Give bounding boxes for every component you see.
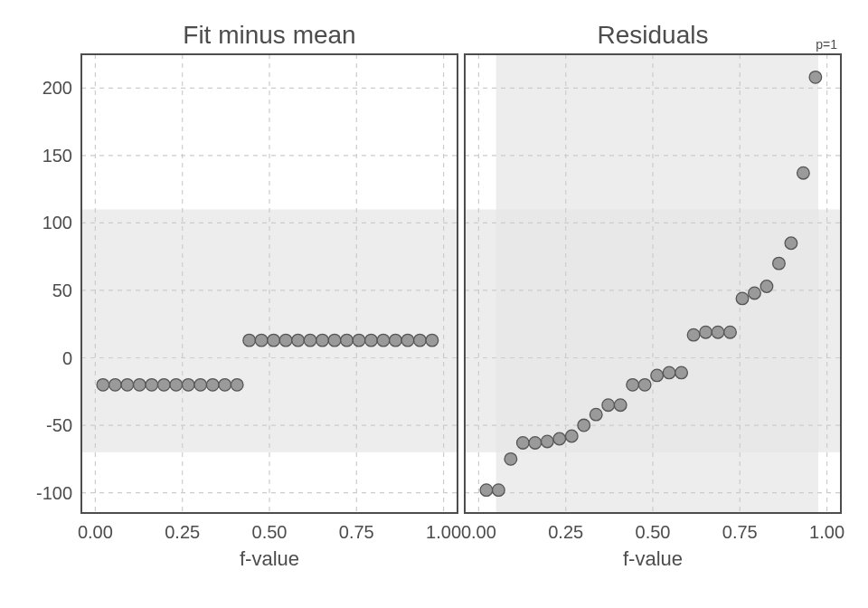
y-tick-label: 0 xyxy=(62,348,72,368)
data-point xyxy=(663,366,675,379)
data-point xyxy=(304,334,316,347)
data-point xyxy=(316,334,329,347)
x-tick-label: 0.25 xyxy=(165,522,200,542)
x-tick-label: 0.50 xyxy=(252,522,288,542)
data-point xyxy=(627,379,639,392)
data-point xyxy=(341,334,354,347)
data-point xyxy=(97,379,109,392)
data-point xyxy=(724,326,737,338)
data-point xyxy=(377,334,390,347)
data-point xyxy=(565,430,578,442)
y-tick-label: -100 xyxy=(36,483,72,503)
data-point xyxy=(109,379,122,392)
data-point xyxy=(749,287,761,299)
data-point xyxy=(529,437,542,450)
data-point xyxy=(414,334,427,347)
data-point xyxy=(578,419,590,432)
y-tick-label: 50 xyxy=(52,280,72,300)
x-tick-label: 0.50 xyxy=(636,522,671,542)
data-point xyxy=(517,437,530,450)
data-point xyxy=(157,379,170,392)
data-point xyxy=(553,432,566,445)
y-tick-label: 150 xyxy=(42,146,72,166)
data-point xyxy=(736,292,749,305)
data-point xyxy=(785,237,797,250)
data-point xyxy=(675,366,688,379)
x-tick-label: 0.00 xyxy=(461,522,496,542)
facet-title: Fit minus mean xyxy=(183,21,355,49)
data-point xyxy=(170,379,183,392)
data-point xyxy=(401,334,414,347)
x-axis-label: f-value xyxy=(240,547,299,570)
data-point xyxy=(426,334,439,347)
data-point xyxy=(809,71,822,84)
data-point xyxy=(505,453,517,466)
x-tick-label: 1.00 xyxy=(426,522,461,542)
data-point xyxy=(480,484,493,497)
panel-0: Fit minus mean0.000.250.500.751.00f-valu… xyxy=(36,21,461,570)
data-point xyxy=(700,326,712,338)
x-tick-label: 0.75 xyxy=(339,522,374,542)
data-point xyxy=(268,334,280,347)
x-axis-label: f-value xyxy=(623,547,683,570)
data-point xyxy=(712,326,724,338)
data-point xyxy=(206,379,219,392)
data-point xyxy=(390,334,402,347)
data-point xyxy=(231,379,243,392)
data-point xyxy=(773,257,786,270)
facet-title: Residuals xyxy=(598,21,709,49)
data-point xyxy=(243,334,256,347)
y-tick-label: -50 xyxy=(46,415,72,435)
data-point xyxy=(602,399,615,412)
data-point xyxy=(182,379,194,392)
data-point xyxy=(292,334,305,347)
data-point xyxy=(541,435,553,448)
annotation: p=1 xyxy=(816,37,837,52)
x-tick-label: 1.00 xyxy=(809,522,844,542)
data-point xyxy=(760,280,773,293)
y-tick-label: 200 xyxy=(42,78,72,98)
data-point xyxy=(638,379,651,392)
data-point xyxy=(194,379,207,392)
data-point xyxy=(279,334,292,347)
faceted-scatter-plot: Fit minus mean0.000.250.500.751.00f-valu… xyxy=(0,0,868,608)
data-point xyxy=(121,379,134,392)
data-point xyxy=(134,379,146,392)
data-point xyxy=(353,334,365,347)
data-point xyxy=(219,379,231,392)
y-tick-label: 100 xyxy=(42,213,72,233)
data-point xyxy=(797,166,810,179)
data-point xyxy=(365,334,378,347)
data-point xyxy=(328,334,341,347)
x-tick-label: 0.00 xyxy=(78,522,113,542)
data-point xyxy=(590,408,602,421)
data-point xyxy=(146,379,158,392)
data-point xyxy=(255,334,268,347)
data-point xyxy=(651,369,664,382)
data-point xyxy=(614,399,627,412)
x-tick-label: 0.25 xyxy=(548,522,583,542)
panel-1: Residuals0.000.250.500.751.00f-valuep=1 xyxy=(461,21,844,570)
data-point xyxy=(687,328,700,341)
data-point xyxy=(493,484,505,497)
x-tick-label: 0.75 xyxy=(722,522,758,542)
chart-svg: Fit minus mean0.000.250.500.751.00f-valu… xyxy=(0,0,868,608)
